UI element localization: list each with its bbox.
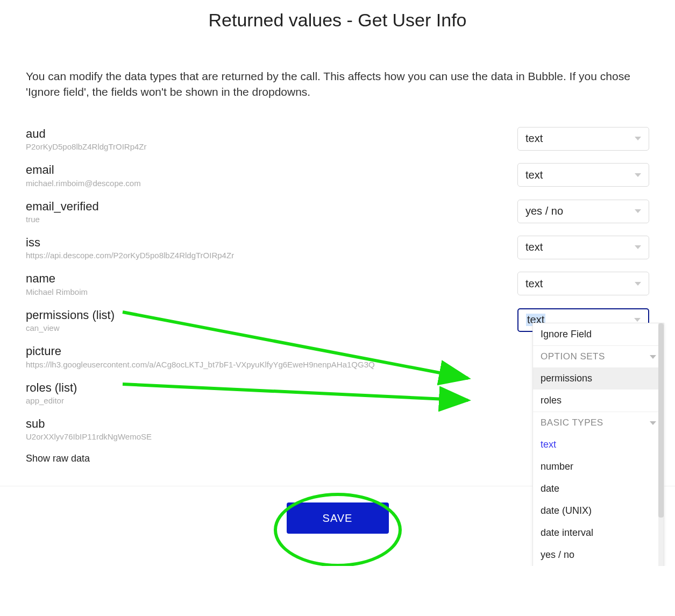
type-select-value: text — [525, 278, 543, 290]
description-text: You can modify the data types that are r… — [26, 68, 649, 100]
field-name: name — [26, 272, 507, 286]
type-select[interactable]: text — [517, 163, 649, 187]
type-select-value: yes / no — [525, 205, 563, 217]
field-row: isshttps://api.descope.com/P2orKyD5po8lb… — [26, 236, 649, 260]
type-select[interactable]: text — [517, 236, 649, 259]
chevron-down-icon — [650, 421, 656, 425]
dropdown-option[interactable]: permissions — [533, 367, 664, 390]
field-sample: true — [26, 215, 445, 224]
type-select[interactable]: text — [517, 272, 649, 295]
field-name: email — [26, 163, 507, 177]
chevron-down-icon — [634, 318, 641, 322]
type-dropdown-panel[interactable]: Ignore FieldOPTION SETSpermissionsrolesB… — [532, 323, 664, 566]
dropdown-section-header: OPTION SETS — [533, 345, 664, 367]
type-select-value: text — [525, 241, 543, 253]
type-select[interactable]: text — [517, 127, 649, 151]
chevron-down-icon — [635, 282, 641, 286]
type-select-value: text — [525, 132, 543, 145]
chevron-down-icon — [635, 137, 641, 140]
field-row: audP2orKyD5po8lbZ4RldgTrOIRp4Zrtext — [26, 127, 649, 151]
save-button[interactable]: SAVE — [287, 502, 389, 534]
field-row: nameMichael Rimboimtext — [26, 272, 649, 296]
field-sample: app_editor — [26, 396, 445, 405]
chevron-down-icon — [635, 173, 641, 177]
field-sample: Michael Rimboim — [26, 287, 445, 296]
chevron-down-icon — [635, 245, 641, 249]
page-title: Returned values - Get User Info — [26, 0, 649, 36]
type-select[interactable]: yes / no — [517, 200, 649, 223]
field-sample: can_view — [26, 323, 445, 332]
dropdown-scrollbar[interactable] — [658, 323, 664, 566]
field-name: aud — [26, 127, 507, 141]
dropdown-option[interactable]: date — [533, 478, 664, 500]
dropdown-option[interactable]: date interval — [533, 522, 664, 544]
dropdown-option[interactable]: date (UNIX) — [533, 500, 664, 522]
dropdown-option[interactable]: yes / no — [533, 544, 664, 566]
field-sample: U2orXXlyv76IbIP11rdkNgWemoSE — [26, 432, 445, 441]
dropdown-option[interactable]: number — [533, 456, 664, 478]
chevron-down-icon — [650, 355, 656, 359]
field-name: iss — [26, 236, 507, 250]
field-row: emailmichael.rimboim@descope.comtext — [26, 163, 649, 187]
field-sample: https://api.descope.com/P2orKyD5po8lbZ4R… — [26, 251, 445, 260]
field-sample: michael.rimboim@descope.com — [26, 179, 445, 188]
field-row: email_verifiedtrueyes / no — [26, 200, 649, 224]
chevron-down-icon — [635, 209, 641, 213]
field-name: permissions (list) — [26, 308, 507, 322]
dropdown-option[interactable]: roles — [533, 390, 664, 412]
field-sample: https://lh3.googleusercontent.com/a/ACg8… — [26, 360, 445, 369]
type-select-value: text — [525, 169, 543, 181]
dropdown-section-header: BASIC TYPES — [533, 412, 664, 434]
dropdown-option[interactable]: text — [533, 434, 664, 456]
field-name: email_verified — [26, 200, 507, 214]
dropdown-option[interactable]: Ignore Field — [533, 323, 664, 345]
field-sample: P2orKyD5po8lbZ4RldgTrOIRp4Zr — [26, 142, 445, 151]
